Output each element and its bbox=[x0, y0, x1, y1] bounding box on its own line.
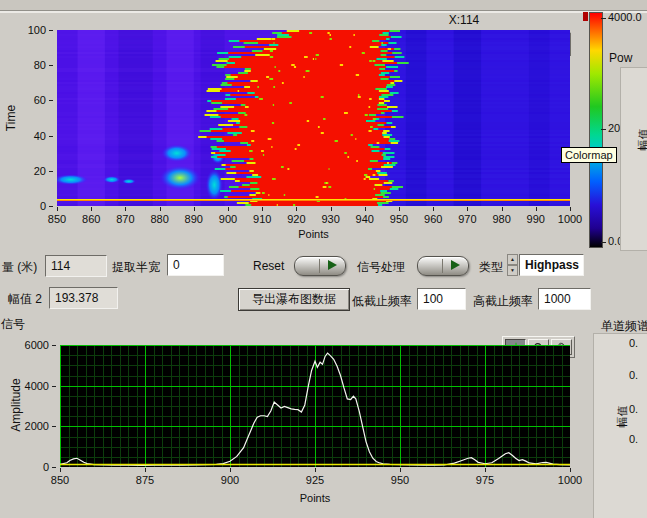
y-tick bbox=[52, 345, 56, 346]
y-tick bbox=[49, 30, 53, 31]
x-tick bbox=[399, 207, 400, 211]
x-tick bbox=[467, 207, 468, 211]
power-panel-heading: Pow bbox=[609, 51, 632, 65]
waterfall-x-axis-label: Points bbox=[57, 228, 570, 240]
play-arrow-icon bbox=[328, 260, 337, 270]
x-tick: 890 bbox=[185, 213, 203, 225]
x-tick: 850 bbox=[48, 213, 66, 225]
x-tick: 920 bbox=[287, 213, 305, 225]
y-tick: 80 bbox=[34, 59, 46, 71]
spectrum-tick-label: 0. bbox=[629, 403, 638, 415]
y-tick bbox=[49, 171, 53, 172]
x-tick bbox=[230, 468, 231, 472]
power-panel bbox=[620, 67, 647, 251]
x-tick: 1000 bbox=[558, 474, 582, 486]
x-tick: 975 bbox=[476, 474, 494, 486]
filter-type-spinner[interactable]: ▲ ▼ bbox=[507, 254, 518, 276]
x-tick: 960 bbox=[424, 213, 442, 225]
colorbar-max-label: 4000.0 bbox=[601, 11, 642, 23]
signal-chart-title: 信号 bbox=[1, 316, 25, 333]
low-cutoff-label: 低截止频率 bbox=[352, 293, 412, 310]
amplitude2-field[interactable]: 193.378 bbox=[49, 287, 118, 309]
signal-plot[interactable] bbox=[60, 345, 570, 467]
spectrum-tick-label: 0. bbox=[629, 369, 638, 381]
x-tick: 880 bbox=[150, 213, 168, 225]
x-tick: 875 bbox=[136, 474, 154, 486]
reset-label: Reset bbox=[253, 259, 284, 273]
down-arrow-icon: ▼ bbox=[507, 265, 518, 276]
amplitude2-label: 幅值 2 bbox=[8, 291, 42, 308]
x-tick bbox=[365, 207, 366, 211]
y-tick: 6000 bbox=[25, 339, 49, 351]
x-tick bbox=[262, 207, 263, 211]
y-tick: 100 bbox=[28, 24, 46, 36]
half-width-label: 提取半宽 bbox=[112, 259, 160, 276]
half-width-field[interactable]: 0 bbox=[167, 254, 224, 276]
distance-field[interactable]: 114 bbox=[45, 255, 107, 277]
signal-y-axis: 6000400020000 bbox=[12, 345, 56, 467]
y-tick bbox=[52, 386, 56, 387]
x-tick: 940 bbox=[356, 213, 374, 225]
low-cutoff-field[interactable]: 100 bbox=[417, 288, 466, 310]
signal-processing-toggle[interactable] bbox=[417, 256, 469, 276]
play-arrow-icon bbox=[451, 260, 460, 270]
y-tick: 0 bbox=[43, 461, 49, 473]
x-tick bbox=[331, 207, 332, 211]
toggle-divider bbox=[319, 259, 320, 273]
signal-x-axis-label: Points bbox=[60, 492, 570, 504]
color-scale-marker[interactable] bbox=[583, 12, 588, 21]
x-tick: 950 bbox=[391, 474, 409, 486]
x-tick bbox=[125, 207, 126, 211]
export-waterfall-button[interactable]: 导出瀑布图数据 bbox=[238, 288, 350, 311]
x-tick: 970 bbox=[458, 213, 476, 225]
x-tick bbox=[57, 207, 58, 211]
x-tick: 925 bbox=[306, 474, 324, 486]
x-tick: 860 bbox=[82, 213, 100, 225]
y-tick: 20 bbox=[34, 165, 46, 177]
cursor-readout: X:114 bbox=[438, 13, 490, 27]
waterfall-plot[interactable] bbox=[57, 30, 570, 206]
y-tick: 60 bbox=[34, 94, 46, 106]
x-tick: 930 bbox=[321, 213, 339, 225]
spectrum-tick-label: 0. bbox=[629, 433, 638, 445]
x-tick bbox=[60, 468, 61, 472]
spectrum-tick-label: 0. bbox=[629, 337, 638, 349]
x-tick: 870 bbox=[116, 213, 134, 225]
x-tick bbox=[570, 207, 571, 211]
y-tick bbox=[49, 100, 53, 101]
x-tick bbox=[570, 468, 571, 472]
filter-type-label: 类型 bbox=[479, 259, 503, 276]
x-tick: 1000 bbox=[558, 213, 582, 225]
x-tick: 980 bbox=[492, 213, 510, 225]
y-tick: 0 bbox=[40, 200, 46, 212]
x-tick bbox=[296, 207, 297, 211]
high-cutoff-label: 高截止频率 bbox=[473, 293, 533, 310]
high-cutoff-field[interactable]: 1000 bbox=[538, 288, 591, 310]
y-tick bbox=[52, 426, 56, 427]
x-tick: 910 bbox=[253, 213, 271, 225]
signal-x-axis: 8508759009259509751000 bbox=[60, 468, 570, 488]
y-tick bbox=[49, 65, 53, 66]
x-tick bbox=[145, 468, 146, 472]
waterfall-x-axis: 8508608708808909009109209309409509609709… bbox=[57, 207, 570, 227]
x-tick: 900 bbox=[219, 213, 237, 225]
y-tick: 4000 bbox=[25, 380, 49, 392]
labview-front-panel: X:114 Time 100806040200 8508608708808909… bbox=[0, 0, 647, 518]
filter-type-field[interactable]: Highpass bbox=[519, 254, 584, 276]
x-tick bbox=[91, 207, 92, 211]
x-tick bbox=[433, 207, 434, 211]
distance-label: 量 (米) bbox=[2, 259, 37, 276]
y-tick: 2000 bbox=[25, 420, 49, 432]
signal-processing-label: 信号处理 bbox=[357, 259, 405, 276]
y-tick: 40 bbox=[34, 130, 46, 142]
x-tick bbox=[160, 207, 161, 211]
y-tick bbox=[52, 467, 56, 468]
colormap-tooltip: Colormap bbox=[561, 147, 617, 163]
x-tick bbox=[502, 207, 503, 211]
reset-toggle[interactable] bbox=[294, 256, 346, 276]
x-tick bbox=[536, 207, 537, 211]
x-tick: 990 bbox=[527, 213, 545, 225]
x-tick bbox=[485, 468, 486, 472]
power-panel-y-label: 幅值 bbox=[636, 127, 647, 153]
spectrum-y-axis-label: 幅值 bbox=[615, 402, 630, 432]
